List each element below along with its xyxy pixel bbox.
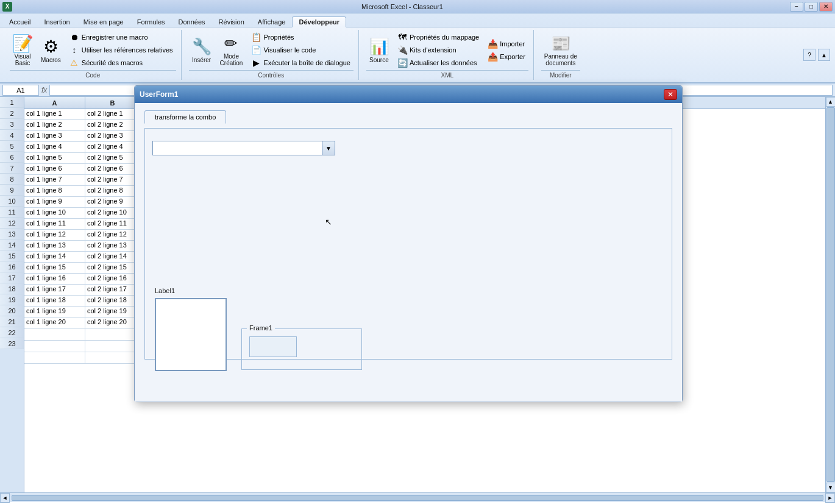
cell-r12-c0[interactable]: col 1 ligne 12 [24, 230, 85, 241]
cell-r10-c0[interactable]: col 1 ligne 10 [24, 208, 85, 219]
tab-revision[interactable]: Révision [212, 16, 251, 27]
cell-r6-c1[interactable]: col 2 ligne 6 [85, 164, 140, 175]
row-header-4: 4 [0, 130, 24, 141]
cell-r12-c1[interactable]: col 2 ligne 12 [85, 230, 140, 241]
cell-r9-c1[interactable]: col 2 ligne 9 [85, 197, 140, 208]
importer-button[interactable]: 📥 Importer [485, 38, 528, 50]
cell-r1-c1[interactable]: col 2 ligne 1 [85, 109, 140, 120]
combo-dropdown-button[interactable]: ▼ [322, 141, 335, 155]
cell-r22-c1[interactable] [85, 341, 140, 352]
cell-r9-c0[interactable]: col 1 ligne 9 [24, 197, 85, 208]
tab-affichage[interactable]: Affichage [251, 16, 293, 27]
row-header-22: 22 [0, 327, 24, 338]
tab-insertion[interactable]: Insertion [37, 16, 76, 27]
scroll-right-button[interactable]: ► [825, 493, 835, 503]
cell-r13-c1[interactable]: col 2 ligne 13 [85, 241, 140, 252]
cell-r23-c1[interactable] [85, 352, 140, 364]
cell-r13-c0[interactable]: col 1 ligne 13 [24, 241, 85, 252]
tab-developpeur[interactable]: Développeur [292, 16, 346, 27]
cell-r22-c0[interactable] [24, 341, 85, 352]
mode-creation-button[interactable]: ✏ ModeCréation [217, 32, 246, 68]
cell-r2-c1[interactable]: col 2 ligne 2 [85, 120, 140, 131]
minimize-button[interactable]: − [790, 2, 803, 12]
cell-r7-c0[interactable]: col 1 ligne 7 [24, 175, 85, 186]
kits-extension-button[interactable]: 🔌 Kits d'extension [394, 44, 482, 56]
cell-r11-c1[interactable]: col 2 ligne 11 [85, 219, 140, 230]
ribbon: Accueil Insertion Mise en page Formules … [0, 13, 835, 83]
cell-r4-c1[interactable]: col 2 ligne 4 [85, 142, 140, 153]
cell-r7-c1[interactable]: col 2 ligne 7 [85, 175, 140, 186]
help-button[interactable]: ? [803, 49, 815, 61]
cell-r15-c0[interactable]: col 1 ligne 15 [24, 263, 85, 274]
actualiser-button[interactable]: 🔄 Actualiser les données [394, 57, 482, 69]
row-header-13: 13 [0, 229, 24, 240]
inserer-button[interactable]: 🔧 Insérer [189, 35, 215, 65]
scroll-down-button[interactable]: ▼ [826, 483, 836, 492]
cell-r8-c1[interactable]: col 2 ligne 8 [85, 186, 140, 197]
cell-r6-c0[interactable]: col 1 ligne 6 [24, 164, 85, 175]
cell-r1-c0[interactable]: col 1 ligne 1 [24, 109, 85, 120]
cell-r19-c0[interactable]: col 1 ligne 19 [24, 307, 85, 318]
maximize-button[interactable]: □ [805, 2, 818, 12]
cell-r20-c0[interactable]: col 1 ligne 20 [24, 318, 85, 329]
cell-r5-c0[interactable]: col 1 ligne 5 [24, 153, 85, 164]
cell-r19-c1[interactable]: col 2 ligne 19 [85, 307, 140, 318]
macros-button[interactable]: ⚙ Macros [38, 35, 64, 65]
cell-r14-c0[interactable]: col 1 ligne 14 [24, 252, 85, 263]
scroll-up-button[interactable]: ▲ [826, 97, 836, 107]
cell-r3-c1[interactable]: col 2 ligne 3 [85, 131, 140, 142]
cell-r3-c0[interactable]: col 1 ligne 3 [24, 131, 85, 142]
cell-r8-c0[interactable]: col 1 ligne 8 [24, 186, 85, 197]
listbox[interactable] [155, 298, 227, 371]
dialog-tab-transforme[interactable]: transforme la combo [144, 110, 226, 124]
cell-r23-c0[interactable] [24, 352, 85, 364]
tab-mise-en-page[interactable]: Mise en page [77, 16, 130, 27]
utiliser-references-button[interactable]: ↕ Utiliser les références relatives [66, 44, 176, 56]
combo-input[interactable] [152, 141, 335, 155]
vertical-scrollbar[interactable]: ▲ ▼ [825, 97, 835, 492]
row-header-5: 5 [0, 141, 24, 152]
scroll-thumb-h[interactable] [12, 495, 823, 501]
cell-r2-c0[interactable]: col 1 ligne 2 [24, 120, 85, 131]
securite-macros-button[interactable]: ⚠ Sécurité des macros [66, 57, 176, 69]
panneau-button[interactable]: 📰 Panneau dedocuments [541, 32, 580, 68]
cell-r15-c1[interactable]: col 2 ligne 15 [85, 263, 140, 274]
source-button[interactable]: 📊 Source [366, 35, 392, 65]
cell-r11-c0[interactable]: col 1 ligne 11 [24, 219, 85, 230]
close-button[interactable]: ✕ [819, 2, 833, 12]
cell-r4-c0[interactable]: col 1 ligne 4 [24, 142, 85, 153]
visual-basic-button[interactable]: 📝 VisualBasic [10, 32, 35, 68]
cell-r21-c1[interactable] [85, 329, 140, 341]
row-header-1: 1 [0, 97, 24, 108]
exporter-button[interactable]: 📤 Exporter [485, 51, 528, 63]
dialog-close-button[interactable]: ✕ [664, 89, 677, 100]
frame-inner-control[interactable] [249, 336, 297, 357]
cell-r18-c0[interactable]: col 1 ligne 18 [24, 296, 85, 307]
cell-r17-c1[interactable]: col 2 ligne 17 [85, 285, 140, 296]
cell-r21-c0[interactable] [24, 329, 85, 341]
ribbon-collapse-button[interactable]: ▲ [818, 49, 830, 61]
cell-r16-c1[interactable]: col 2 ligne 16 [85, 274, 140, 285]
tab-accueil[interactable]: Accueil [2, 16, 37, 27]
enregistrer-macro-button[interactable]: ⏺ Enregistrer une macro [66, 31, 176, 43]
row-header-15: 15 [0, 250, 24, 261]
name-box[interactable] [2, 85, 39, 96]
cell-r10-c1[interactable]: col 2 ligne 10 [85, 208, 140, 219]
horizontal-scrollbar[interactable]: ◄ ► [0, 492, 835, 502]
visualiser-code-button[interactable]: 📄 Visualiser le code [248, 44, 354, 56]
tab-formules[interactable]: Formules [130, 16, 172, 27]
proprietes-button[interactable]: 📋 Propriétés [248, 31, 354, 43]
executer-boite-button[interactable]: ▶ Exécuter la boîte de dialogue [248, 57, 354, 69]
cell-r14-c1[interactable]: col 2 ligne 14 [85, 252, 140, 263]
cell-r17-c0[interactable]: col 1 ligne 17 [24, 285, 85, 296]
scroll-left-button[interactable]: ◄ [0, 493, 10, 503]
tab-donnees[interactable]: Données [172, 16, 212, 27]
proprietes-mappage-button[interactable]: 🗺 Propriétés du mappage [394, 31, 482, 43]
proprietes-label: Propriétés [263, 34, 294, 41]
row-header-2: 2 [0, 108, 24, 119]
scroll-thumb-v[interactable] [826, 107, 835, 482]
cell-r18-c1[interactable]: col 2 ligne 18 [85, 296, 140, 307]
cell-r20-c1[interactable]: col 2 ligne 20 [85, 318, 140, 329]
cell-r16-c0[interactable]: col 1 ligne 16 [24, 274, 85, 285]
cell-r5-c1[interactable]: col 2 ligne 5 [85, 153, 140, 164]
